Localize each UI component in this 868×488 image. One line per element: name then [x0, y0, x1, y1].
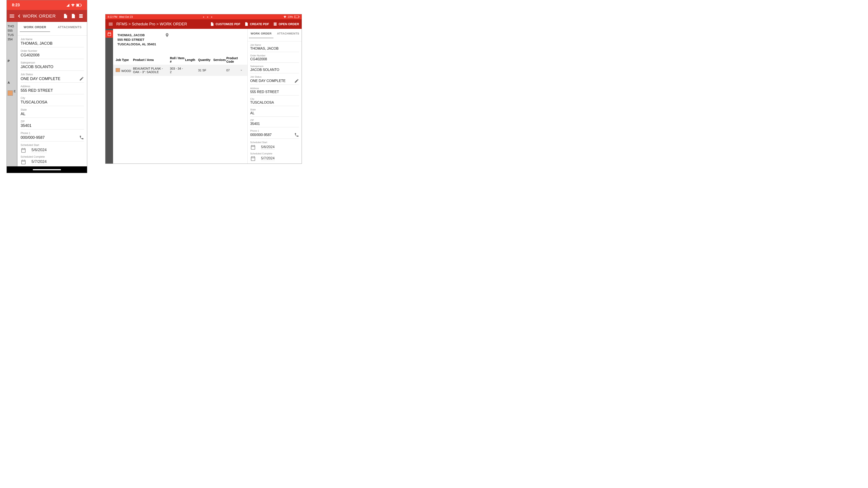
phone-icon[interactable]: [294, 132, 299, 137]
map-pin-icon[interactable]: [165, 33, 169, 37]
col-length: Length: [185, 58, 198, 62]
cell-product: BEAUMONT PLANK - OAK - 3": SADDLE: [133, 67, 170, 74]
field-value[interactable]: CG402008: [21, 53, 84, 58]
field-label: Salesperson: [21, 61, 84, 64]
calendar-icon[interactable]: [250, 144, 256, 150]
field-value[interactable]: AL: [21, 112, 84, 116]
field-state: State AL: [21, 108, 84, 118]
work-order-sheet: WORK ORDER ATTACHMENTS Job Name THOMAS, …: [18, 22, 87, 166]
field-phone1: Phone 1 000/000-9587: [21, 132, 84, 141]
open-order-icon[interactable]: [78, 13, 84, 19]
field-value[interactable]: THOMAS, JACOB: [21, 41, 84, 46]
side-form: Job Name THOMAS, JACOB Order Number CG40…: [248, 41, 302, 164]
line-items-table: Job Type Product / Area Roll / Item # Le…: [113, 55, 247, 76]
field-label: Order Number: [21, 50, 84, 53]
date-value[interactable]: 5/7/2024: [31, 159, 46, 165]
field-value[interactable]: THOMAS, JACOB: [250, 46, 299, 51]
field-salesperson: Salesperson JACOB SOLANTO: [21, 61, 84, 71]
calendar-rail-button[interactable]: [105, 30, 113, 38]
open-order-button[interactable]: OPEN ORDER: [273, 22, 299, 26]
create-pdf-button[interactable]: CREATE PDF: [244, 22, 269, 26]
date-value[interactable]: 5/7/2024: [261, 156, 275, 161]
field-label: ZIP: [250, 119, 299, 122]
field-zip: ZIP 35401: [21, 120, 84, 129]
calendar-icon[interactable]: [21, 148, 26, 153]
menu-icon[interactable]: [108, 22, 113, 27]
svg-rect-4: [295, 16, 296, 18]
tablet-appbar: RFMS > Schedule Pro > WORK ORDER CUSTOMI…: [105, 19, 302, 29]
phone-icon[interactable]: [79, 135, 84, 140]
peek-text: E: [14, 89, 16, 94]
battery-icon: [294, 15, 300, 18]
calendar-icon[interactable]: [21, 159, 26, 165]
field-value[interactable]: 000/000-9587: [250, 133, 272, 137]
field-value[interactable]: CG402008: [250, 57, 299, 61]
table-row[interactable]: WOOD BEAUMONT PLANK - OAK - 3": SADDLE 3…: [113, 65, 247, 76]
job-header: THOMAS, JACOB 555 RED STREET TUSCALOOSA,…: [113, 29, 247, 55]
svg-rect-2: [81, 5, 82, 6]
phone-body: THO 555 TUS 354 P A E WORK ORDER ATTACHM…: [7, 22, 87, 166]
field-city: City TUSCALOOSA: [21, 97, 84, 106]
menu-icon[interactable]: [9, 13, 15, 19]
edit-icon[interactable]: [294, 78, 299, 83]
field-job-status: Job Status ONE DAY COMPLETE: [21, 73, 84, 83]
field-value[interactable]: ONE DAY COMPLETE: [21, 76, 60, 81]
field-sched-complete: Scheduled Complete 5/7/2024: [21, 155, 84, 165]
status-date: Wed Oct 23: [119, 15, 133, 19]
home-indicator: [7, 166, 87, 173]
field-sched-complete: Scheduled Complete 5/7/2024: [250, 152, 299, 161]
field-value[interactable]: ONE DAY COMPLETE: [250, 79, 286, 83]
phone-appbar: WORK ORDER: [7, 10, 87, 22]
table-head: Job Type Product / Area Roll / Item # Le…: [113, 55, 247, 65]
field-address: Address 555 RED STREET: [21, 85, 84, 94]
peek-text: THO: [8, 24, 17, 28]
field-value[interactable]: 35401: [21, 123, 84, 128]
expand-chevron-icon[interactable]: [239, 68, 245, 72]
tab-work-order[interactable]: WORK ORDER: [18, 22, 52, 35]
cell-quantity: 31 SF: [198, 69, 213, 72]
tab-work-order[interactable]: WORK ORDER: [248, 29, 275, 41]
svg-rect-1: [76, 4, 79, 6]
field-value[interactable]: TUSCALOOSA: [250, 101, 299, 104]
field-order-number: Order Number CG402008: [21, 50, 84, 59]
peek-text: 354: [8, 37, 17, 41]
field-label: Scheduled Start: [250, 141, 299, 143]
field-value[interactable]: AL: [250, 111, 299, 115]
action-label: CUSTOMIZE PDF: [215, 22, 240, 26]
date-value[interactable]: 5/6/2024: [31, 148, 46, 153]
calendar-icon[interactable]: [250, 156, 256, 161]
create-pdf-icon[interactable]: [70, 13, 76, 19]
field-label: State: [21, 108, 84, 111]
tab-attachments[interactable]: ATTACHMENTS: [275, 29, 302, 41]
field-label: City: [250, 98, 299, 100]
col-job-type: Job Type: [116, 58, 133, 62]
customize-pdf-icon[interactable]: [63, 13, 68, 19]
field-sched-start: Scheduled Start 5/6/2024: [250, 141, 299, 150]
field-order-number: Order Number CG402008: [250, 54, 299, 63]
field-sched-start: Scheduled Start 5/6/2024: [21, 143, 84, 153]
field-value[interactable]: 000/000-9587: [21, 135, 45, 140]
field-label: Job Status: [250, 75, 299, 78]
col-services: Services: [213, 58, 226, 62]
field-value[interactable]: TUSCALOOSA: [21, 100, 84, 104]
cell-roll: 303 - 34 - 2: [170, 67, 185, 74]
field-value[interactable]: 555 RED STREET: [250, 90, 299, 94]
field-address: Address 555 RED STREET: [250, 87, 299, 95]
field-label: Address: [21, 85, 84, 88]
field-label: Scheduled Complete: [21, 155, 84, 158]
field-label: Phone 1: [21, 132, 84, 135]
field-label: State: [250, 108, 299, 111]
field-label: Order Number: [250, 54, 299, 57]
wifi-icon: [283, 15, 286, 19]
customize-pdf-button[interactable]: CUSTOMIZE PDF: [210, 22, 240, 26]
field-value[interactable]: 555 RED STREET: [21, 88, 84, 93]
tab-attachments[interactable]: ATTACHMENTS: [52, 22, 87, 35]
back-button[interactable]: [17, 14, 22, 19]
field-value[interactable]: JACOB SOLANTO: [250, 68, 299, 72]
field-label: Job Status: [21, 73, 84, 76]
field-value[interactable]: JACOB SOLANTO: [21, 65, 84, 69]
field-value[interactable]: 35401: [250, 122, 299, 126]
signal-icon: [66, 3, 70, 7]
edit-icon[interactable]: [79, 76, 84, 81]
date-value[interactable]: 5/6/2024: [261, 145, 275, 150]
